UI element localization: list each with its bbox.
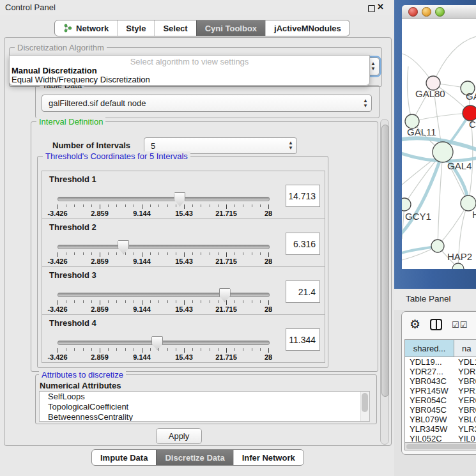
tab-cyni-toolbox[interactable]: Cyni Toolbox xyxy=(196,20,265,36)
table-row[interactable]: YBR045CYBR0 xyxy=(405,405,476,415)
interval-definition-title: Interval Definition xyxy=(36,117,105,127)
cell-shared-name[interactable]: YDR27... xyxy=(405,367,454,376)
cell-name[interactable]: YLR3 xyxy=(454,424,476,434)
threshold-2-panel: Threshold 2-3.4262.8599.14415.4321.71528… xyxy=(42,219,325,267)
node-label-ga: GA xyxy=(466,91,476,102)
cell-name[interactable]: YDL1 xyxy=(454,357,476,367)
tick-label: 28 xyxy=(265,210,272,217)
threshold-label: Threshold 2 xyxy=(49,222,96,232)
table-panel-title: Table Panel xyxy=(406,294,451,303)
tab-label: Cyni Toolbox xyxy=(205,24,257,33)
threshold-label: Threshold 1 xyxy=(49,174,96,184)
table-header-name[interactable]: na xyxy=(454,340,476,357)
minimize-traffic-light-icon[interactable] xyxy=(422,7,431,17)
slider-track[interactable] xyxy=(58,341,270,345)
gear-icon[interactable]: ⚙ xyxy=(410,318,420,331)
table-row[interactable]: YDR27...YDR2 xyxy=(405,367,476,376)
cell-name[interactable]: YBL0 xyxy=(454,415,476,424)
close-traffic-light-icon[interactable] xyxy=(408,7,418,17)
network-node[interactable] xyxy=(433,142,453,162)
threshold-1-panel: Threshold 1-3.4262.8599.14415.4321.71528… xyxy=(42,171,325,219)
cell-name[interactable]: YBR0 xyxy=(454,405,476,415)
tab-discretize-data[interactable]: Discretize Data xyxy=(156,450,233,465)
checkboxes-icon[interactable]: ☑☑ xyxy=(452,320,468,330)
table-row[interactable]: YBR043CYBR0 xyxy=(405,376,476,386)
cell-name[interactable]: YIL0 xyxy=(454,434,476,442)
tab-jactivemnodules[interactable]: jActiveMNodules xyxy=(265,20,349,36)
slider-track[interactable] xyxy=(58,293,270,297)
cell-shared-name[interactable]: YBL079W xyxy=(405,415,454,424)
cell-name[interactable]: YDR2 xyxy=(454,367,476,376)
float-window-icon[interactable] xyxy=(368,5,375,12)
tab-infer-network[interactable]: Infer Network xyxy=(233,450,303,465)
slider-ticks xyxy=(58,204,268,210)
table-data-combobox[interactable]: galFiltered.sif default node ▲▼ xyxy=(42,95,372,112)
tab-network[interactable]: Network xyxy=(55,20,117,36)
tick-label: 9.144 xyxy=(133,353,151,361)
table-row[interactable]: YER054CYER0 xyxy=(405,395,476,405)
threshold-value-field[interactable]: 6.316 xyxy=(286,233,320,255)
cell-shared-name[interactable]: YBR045C xyxy=(405,405,454,415)
cell-name[interactable]: YER0 xyxy=(454,395,476,405)
table-row[interactable]: YPR145WYPR1 xyxy=(405,386,476,395)
tick-label: 9.144 xyxy=(133,210,151,217)
threshold-value-field[interactable]: 11.344 xyxy=(286,328,320,351)
slider-track[interactable] xyxy=(58,197,270,201)
close-icon[interactable]: ✕ xyxy=(377,2,384,12)
list-scrollbar[interactable] xyxy=(360,392,369,421)
num-intervals-label: Number of Intervals xyxy=(52,141,130,150)
tick-label: 28 xyxy=(265,305,272,313)
table-header-row: shared... na xyxy=(405,340,476,357)
table-row[interactable]: YDL19...YDL1 xyxy=(405,357,476,367)
network-node[interactable] xyxy=(431,240,444,252)
cell-shared-name[interactable]: YER054C xyxy=(405,395,454,405)
control-panel-title: Control Panel xyxy=(5,3,56,12)
slider-track[interactable] xyxy=(58,245,270,249)
table-row[interactable]: YLR345WYLR3 xyxy=(405,424,476,434)
dropdown-item-manual-discretization[interactable]: Manual Discretization xyxy=(10,66,369,75)
tick-label: 28 xyxy=(265,353,272,361)
tab-label: Style xyxy=(126,24,146,33)
table-header-shared-name[interactable]: shared... xyxy=(405,340,454,357)
tick-label: -3.426 xyxy=(47,210,67,217)
tab-label: Select xyxy=(163,24,187,33)
cell-shared-name[interactable]: YPR145W xyxy=(405,386,454,395)
tick-label: -3.426 xyxy=(47,257,67,265)
tick-label: -3.426 xyxy=(47,353,67,361)
table-row[interactable]: YBL079WYBL0 xyxy=(405,415,476,424)
threshold-value-field[interactable]: 21.4 xyxy=(286,280,320,303)
tab-impute-data[interactable]: Impute Data xyxy=(92,450,156,465)
table-horizontal-scrollbar[interactable] xyxy=(405,442,476,450)
node-label-gal80: GAL80 xyxy=(415,88,445,99)
node-label-c: C xyxy=(469,119,476,130)
columns-icon[interactable] xyxy=(430,319,442,330)
attribute-item-topologicalcoefficient[interactable]: TopologicalCoefficient xyxy=(40,402,369,412)
threshold-value-field[interactable]: 14.713 xyxy=(286,185,320,207)
cell-shared-name[interactable]: YBR043C xyxy=(405,376,454,386)
numerical-attributes-list[interactable]: SelfLoopsTopologicalCoefficientBetweenne… xyxy=(39,391,370,422)
dropdown-item-equal-width[interactable]: Equal Width/Frequency Discretization xyxy=(10,75,369,84)
network-canvas[interactable]: GAL80GAGAL11CGAL4GCY1HHAP2 xyxy=(402,19,476,269)
cell-shared-name[interactable]: YLR345W xyxy=(405,424,454,434)
slider-tick-labels: -3.4262.8599.14415.4321.71528 xyxy=(58,305,268,313)
tab-style[interactable]: Style xyxy=(117,20,154,36)
attribute-item-betweennesscentrality[interactable]: BetweennessCentrality xyxy=(40,412,369,422)
table-row[interactable]: YIL052CYIL0 xyxy=(405,434,476,442)
zoom-traffic-light-icon[interactable] xyxy=(435,7,445,17)
panel-vertical-scrollbar[interactable] xyxy=(380,119,389,445)
top-tab-bar: NetworkStyleSelectCyni ToolboxjActiveMNo… xyxy=(54,20,350,36)
cell-name[interactable]: YPR1 xyxy=(454,386,476,395)
network-node[interactable] xyxy=(402,198,411,211)
cell-shared-name[interactable]: YIL052C xyxy=(405,434,454,442)
network-edge xyxy=(407,66,412,121)
tab-label: Network xyxy=(76,24,109,33)
cell-name[interactable]: YBR0 xyxy=(454,376,476,386)
apply-button[interactable]: Apply xyxy=(156,428,202,444)
attribute-item-selfloops[interactable]: SelfLoops xyxy=(40,392,369,402)
cell-shared-name[interactable]: YDL19... xyxy=(405,357,454,367)
tick-label: 28 xyxy=(265,257,272,265)
slider-ticks xyxy=(58,348,268,353)
network-window-titlebar[interactable] xyxy=(402,5,476,19)
tab-select[interactable]: Select xyxy=(154,20,196,36)
tick-label: 21.715 xyxy=(215,257,237,265)
